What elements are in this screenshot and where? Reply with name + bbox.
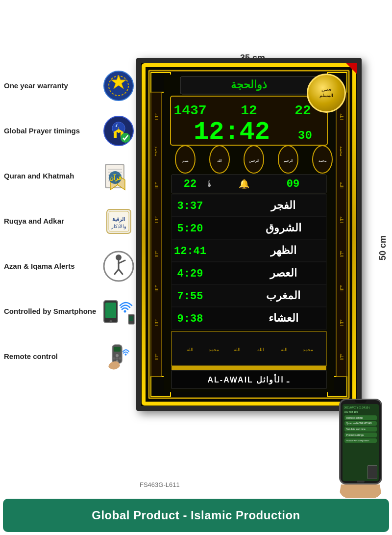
- prayer-icon: [101, 114, 136, 148]
- svg-text:12: 12: [241, 103, 257, 118]
- svg-text:09: 09: [287, 178, 299, 190]
- warranty-icon: [101, 69, 136, 103]
- hand-illustration: [339, 484, 382, 498]
- gold-seal: حصن المسلم: [307, 74, 346, 113]
- svg-point-36: [119, 357, 122, 359]
- phone-id: 102 583 106: [344, 410, 377, 413]
- svg-text:الله: الله: [217, 159, 222, 162]
- svg-text:AL-AWAIL ـ الأوائل: AL-AWAIL ـ الأوائل: [208, 374, 291, 384]
- phone-item-5: Product WiFi configuration: [346, 439, 375, 442]
- product-page: 35 cm 50 cm One year warranty Global Pra…: [0, 0, 392, 535]
- svg-text:الرحمن: الرحمن: [249, 159, 259, 163]
- svg-point-27: [110, 320, 112, 322]
- feature-quran: Quran and Khatmah: [0, 154, 140, 198]
- feature-prayer-text: Global Prayer timings: [4, 126, 101, 136]
- bottom-banner-text: Global Product - Islamic Production: [92, 509, 300, 522]
- svg-text:الله: الله: [339, 285, 344, 292]
- svg-text:ذوالحجة: ذوالحجة: [231, 78, 267, 91]
- svg-text:محمد: محمد: [154, 146, 159, 156]
- svg-point-34: [113, 357, 116, 359]
- svg-text:الله: الله: [339, 113, 344, 120]
- smartphone-display: 2021/07/07 ( 01:24:10 ) 102 583 106 Remo…: [335, 399, 386, 498]
- svg-text:الله: الله: [154, 285, 159, 292]
- seal-text-line2: المسلم: [319, 93, 333, 99]
- remote-icon: [101, 339, 136, 374]
- svg-text:الفجر: الفجر: [270, 199, 295, 212]
- svg-text:الله: الله: [339, 216, 344, 223]
- svg-text:الله: الله: [187, 347, 194, 352]
- quran-icon: قرآن: [101, 159, 136, 193]
- svg-text:7:55: 7:55: [177, 290, 203, 303]
- svg-text:محمد: محمد: [339, 146, 344, 156]
- seal-circle: حصن المسلم: [307, 74, 346, 113]
- svg-point-38: [125, 354, 127, 356]
- svg-text:الله: الله: [154, 251, 159, 257]
- svg-text:4:29: 4:29: [177, 268, 203, 280]
- svg-rect-46: [151, 92, 162, 377]
- svg-rect-26: [105, 303, 116, 318]
- svg-point-33: [116, 354, 119, 357]
- svg-text:12:41: 12:41: [174, 245, 206, 257]
- svg-text:العصر: العصر: [270, 267, 297, 280]
- phone-item-2: Quran and ADNA MOSAD: [346, 422, 375, 425]
- phone-item-4: Product settings: [346, 433, 375, 436]
- bottom-banner: Global Product - Islamic Production: [3, 499, 389, 532]
- seal-text-line1: حصن: [321, 87, 332, 93]
- svg-text:الله: الله: [339, 251, 344, 257]
- svg-text:5:20: 5:20: [177, 223, 203, 235]
- phone-item-3: Set date and time: [346, 428, 375, 431]
- svg-text:الله: الله: [154, 319, 159, 326]
- svg-rect-47: [336, 92, 347, 377]
- svg-text:الله: الله: [257, 347, 264, 352]
- svg-text:العشاء: العشاء: [269, 312, 298, 324]
- phone-item-1: Remote control: [346, 416, 375, 419]
- svg-text:الله: الله: [154, 182, 159, 189]
- svg-point-35: [116, 357, 119, 359]
- feature-smartphone-text: Controlled by Smartphone: [4, 306, 101, 316]
- svg-rect-6: [118, 130, 120, 133]
- svg-text:الله: الله: [154, 354, 159, 360]
- clock-svg: الله محمد الله الله الله الله الله الله …: [141, 63, 357, 406]
- svg-text:الله: الله: [339, 319, 344, 326]
- svg-text:المغرب: المغرب: [266, 289, 300, 302]
- svg-point-24: [116, 255, 122, 260]
- feature-azan-text: Azan & Iqama Alerts: [4, 261, 101, 271]
- feature-smartphone: Controlled by Smartphone: [0, 289, 140, 333]
- svg-rect-113: [172, 366, 326, 370]
- product-image: حصن المسلم: [136, 58, 362, 411]
- svg-text:الله: الله: [339, 354, 344, 360]
- svg-text:الرقية: الرقية: [112, 216, 125, 223]
- dimension-height: 50 cm: [378, 235, 388, 260]
- svg-text:🔔: 🔔: [239, 178, 250, 189]
- svg-rect-32: [114, 347, 121, 352]
- feature-remote-text: Remote control: [4, 352, 101, 361]
- feature-ruqya: Ruqya and Adkar الرقية والأذكار: [0, 199, 140, 243]
- svg-text:الله: الله: [339, 182, 344, 189]
- svg-text:الظهر: الظهر: [270, 244, 296, 257]
- feature-azan: Azan & Iqama Alerts: [0, 244, 140, 288]
- ruqya-icon: الرقية والأذكار: [101, 204, 136, 238]
- product-code-label: FS463G-L611: [140, 481, 180, 488]
- svg-point-28: [124, 310, 126, 312]
- svg-text:🌡: 🌡: [205, 179, 214, 189]
- svg-text:محمد: محمد: [303, 347, 313, 352]
- svg-text:22: 22: [184, 178, 196, 190]
- feature-prayer: Global Prayer timings: [0, 109, 140, 153]
- svg-rect-30: [129, 316, 133, 321]
- svg-text:9:38: 9:38: [177, 313, 203, 325]
- svg-text:الرحيم: الرحيم: [284, 159, 293, 163]
- svg-text:30: 30: [298, 129, 312, 142]
- feature-quran-text: Quran and Khatmah: [4, 171, 101, 181]
- feature-warranty: One year warranty: [0, 64, 140, 108]
- svg-text:12:42: 12:42: [194, 118, 270, 147]
- svg-text:محمد: محمد: [209, 347, 219, 352]
- feature-ruqya-text: Ruqya and Adkar: [4, 216, 101, 226]
- svg-text:الله: الله: [281, 347, 288, 352]
- svg-text:قرآن: قرآن: [109, 174, 121, 181]
- svg-text:1437: 1437: [173, 103, 206, 118]
- phone-date: 2021/07/07 ( 01:24:10 ): [344, 406, 377, 409]
- feature-remote: Remote control: [0, 334, 140, 379]
- features-panel: One year warranty Global Prayer timings: [0, 64, 140, 380]
- svg-text:الله: الله: [154, 216, 159, 223]
- feature-warranty-text: One year warranty: [4, 81, 101, 91]
